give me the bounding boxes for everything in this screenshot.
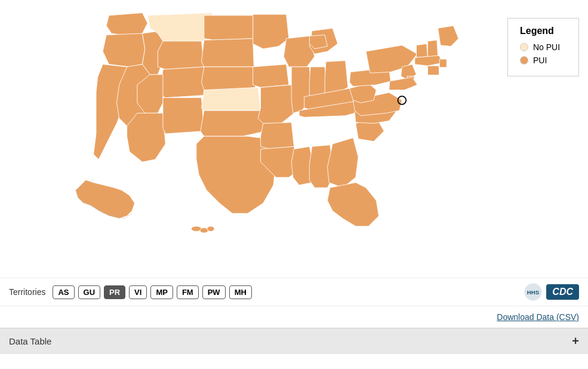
hhs-icon: HHS <box>524 282 543 302</box>
state-or[interactable] <box>103 33 145 67</box>
territory-pw[interactable]: PW <box>202 285 226 299</box>
state-co[interactable] <box>161 67 207 98</box>
state-ne[interactable] <box>202 67 255 90</box>
state-nm[interactable] <box>163 98 204 134</box>
state-nh[interactable] <box>427 40 438 57</box>
territories-bar: Territories AS GU PR VI MP FM PW MH HHS … <box>0 278 588 306</box>
territory-gu[interactable]: GU <box>78 285 101 299</box>
state-ia[interactable] <box>253 64 289 88</box>
territory-mp[interactable]: MP <box>150 285 173 299</box>
svg-text:HHS: HHS <box>527 289 540 296</box>
us-map <box>0 0 588 278</box>
state-me[interactable] <box>438 26 458 46</box>
svg-rect-4 <box>427 66 439 75</box>
state-mn[interactable] <box>253 14 289 49</box>
legend-label-pui: PUI <box>533 56 547 65</box>
state-az[interactable] <box>127 113 166 162</box>
state-wy[interactable] <box>158 41 204 69</box>
state-ct[interactable] <box>427 66 439 75</box>
download-bar: Download Data (CSV) <box>0 306 588 328</box>
state-ks[interactable] <box>202 87 261 110</box>
state-tx[interactable] <box>196 136 276 213</box>
state-hi[interactable] <box>191 226 214 233</box>
state-wa[interactable] <box>106 13 147 36</box>
legend-title: Legend <box>520 26 567 36</box>
cdc-logo: HHS CDC <box>524 282 579 302</box>
legend-icon-pui <box>520 56 528 64</box>
state-ma[interactable] <box>415 56 443 66</box>
territory-fm[interactable]: FM <box>177 285 199 299</box>
state-fl[interactable] <box>327 183 378 226</box>
expand-icon: + <box>572 334 579 348</box>
state-ok[interactable] <box>201 110 266 136</box>
territory-vi[interactable]: VI <box>129 285 147 299</box>
territory-pr[interactable]: PR <box>104 285 125 299</box>
state-mi[interactable] <box>309 28 337 54</box>
legend-icon-no-pui <box>520 43 528 51</box>
legend-item-pui: PUI <box>520 56 567 65</box>
svg-point-2 <box>207 226 214 232</box>
state-ga[interactable] <box>327 138 358 188</box>
territory-as[interactable]: AS <box>53 285 74 299</box>
data-table-bar[interactable]: Data Table + <box>0 328 588 354</box>
legend-label-no-pui: No PUI <box>533 42 560 52</box>
state-ak[interactable] <box>76 180 135 219</box>
map-area: Legend No PUI PUI <box>0 0 588 278</box>
state-nd[interactable] <box>204 16 253 40</box>
state-md[interactable] <box>389 77 417 90</box>
territories-label: Territories <box>9 287 45 297</box>
download-link[interactable]: Download Data (CSV) <box>497 312 579 322</box>
territory-mh[interactable]: MH <box>229 285 252 299</box>
data-table-label: Data Table <box>9 336 51 346</box>
main-container: Legend No PUI PUI Territories AS GU PR V… <box>0 0 588 369</box>
svg-rect-3 <box>439 59 447 67</box>
state-mo[interactable] <box>258 85 294 124</box>
legend-box: Legend No PUI PUI <box>507 18 579 76</box>
legend-item-no-pui: No PUI <box>520 42 567 52</box>
state-ar[interactable] <box>261 122 294 149</box>
state-ri[interactable] <box>439 59 447 67</box>
state-sd[interactable] <box>202 39 254 67</box>
cdc-badge: CDC <box>546 284 579 300</box>
state-vt[interactable] <box>416 44 427 57</box>
